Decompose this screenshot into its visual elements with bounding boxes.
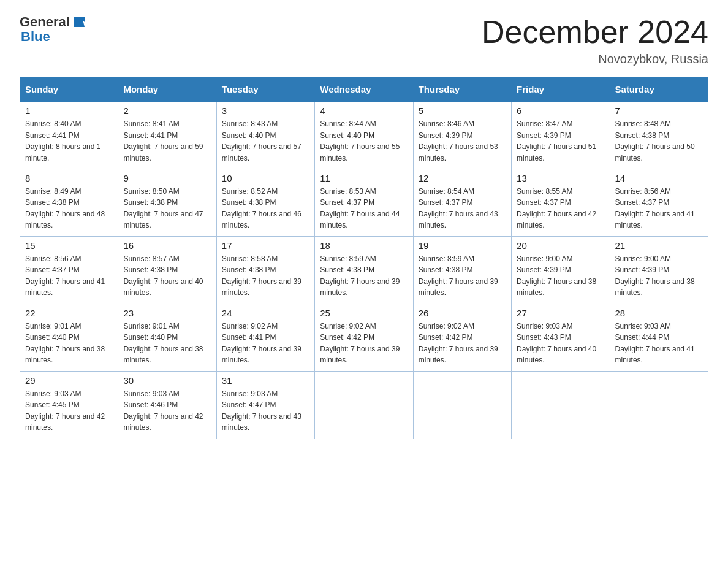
- calendar-cell: 11Sunrise: 8:53 AMSunset: 4:37 PMDayligh…: [315, 169, 413, 236]
- title-block: December 2024 Novozybkov, Russia: [482, 15, 708, 66]
- day-number: 29: [25, 375, 113, 386]
- day-number: 22: [25, 308, 113, 318]
- day-info: Sunrise: 8:59 AMSunset: 4:38 PMDaylight:…: [320, 253, 408, 299]
- calendar-cell: 22Sunrise: 9:01 AMSunset: 4:40 PMDayligh…: [20, 304, 118, 371]
- day-number: 15: [25, 240, 113, 251]
- calendar-cell: 17Sunrise: 8:58 AMSunset: 4:38 PMDayligh…: [216, 236, 314, 304]
- day-number: 7: [615, 105, 703, 116]
- day-number: 3: [222, 105, 309, 116]
- day-number: 27: [517, 308, 604, 318]
- calendar-cell: 15Sunrise: 8:56 AMSunset: 4:37 PMDayligh…: [20, 236, 118, 304]
- day-info: Sunrise: 8:56 AMSunset: 4:37 PMDaylight:…: [25, 253, 113, 299]
- calendar-cell: 7Sunrise: 8:48 AMSunset: 4:38 PMDaylight…: [610, 101, 708, 169]
- header-row: SundayMondayTuesdayWednesdayThursdayFrid…: [20, 78, 708, 102]
- month-title: December 2024: [482, 15, 708, 50]
- calendar-cell: 6Sunrise: 8:47 AMSunset: 4:39 PMDaylight…: [512, 101, 610, 169]
- day-number: 18: [320, 240, 408, 251]
- day-info: Sunrise: 8:53 AMSunset: 4:37 PMDaylight:…: [320, 186, 408, 231]
- calendar-cell: 18Sunrise: 8:59 AMSunset: 4:38 PMDayligh…: [315, 236, 413, 304]
- day-info: Sunrise: 9:02 AMSunset: 4:42 PMDaylight:…: [419, 321, 506, 366]
- day-number: 9: [123, 173, 211, 183]
- calendar-cell: 31Sunrise: 9:03 AMSunset: 4:47 PMDayligh…: [216, 371, 314, 439]
- day-number: 11: [320, 173, 408, 183]
- day-number: 14: [615, 173, 703, 183]
- calendar-cell: 25Sunrise: 9:02 AMSunset: 4:42 PMDayligh…: [315, 304, 413, 371]
- calendar-cell: 12Sunrise: 8:54 AMSunset: 4:37 PMDayligh…: [413, 169, 511, 236]
- week-row-4: 22Sunrise: 9:01 AMSunset: 4:40 PMDayligh…: [20, 304, 708, 371]
- day-info: Sunrise: 8:54 AMSunset: 4:37 PMDaylight:…: [419, 186, 506, 231]
- calendar-cell: [315, 371, 413, 439]
- header-day-wednesday: Wednesday: [315, 78, 413, 102]
- day-info: Sunrise: 8:56 AMSunset: 4:37 PMDaylight:…: [615, 186, 703, 231]
- day-info: Sunrise: 8:57 AMSunset: 4:38 PMDaylight:…: [123, 253, 211, 299]
- calendar-table: SundayMondayTuesdayWednesdayThursdayFrid…: [20, 77, 708, 439]
- week-row-5: 29Sunrise: 9:03 AMSunset: 4:45 PMDayligh…: [20, 371, 708, 439]
- day-number: 17: [222, 240, 309, 251]
- calendar-cell: 19Sunrise: 8:59 AMSunset: 4:38 PMDayligh…: [413, 236, 511, 304]
- day-number: 23: [123, 308, 211, 318]
- calendar-cell: 30Sunrise: 9:03 AMSunset: 4:46 PMDayligh…: [118, 371, 216, 439]
- calendar-cell: 26Sunrise: 9:02 AMSunset: 4:42 PMDayligh…: [413, 304, 511, 371]
- calendar-cell: 24Sunrise: 9:02 AMSunset: 4:41 PMDayligh…: [216, 304, 314, 371]
- day-number: 5: [419, 105, 506, 116]
- day-info: Sunrise: 8:43 AMSunset: 4:40 PMDaylight:…: [222, 118, 309, 164]
- day-number: 21: [615, 240, 703, 251]
- day-number: 24: [222, 308, 309, 318]
- calendar-cell: 3Sunrise: 8:43 AMSunset: 4:40 PMDaylight…: [216, 101, 314, 169]
- calendar-cell: 8Sunrise: 8:49 AMSunset: 4:38 PMDaylight…: [20, 169, 118, 236]
- day-info: Sunrise: 9:02 AMSunset: 4:42 PMDaylight:…: [320, 321, 408, 366]
- calendar-cell: 20Sunrise: 9:00 AMSunset: 4:39 PMDayligh…: [512, 236, 610, 304]
- location: Novozybkov, Russia: [482, 52, 708, 66]
- calendar-cell: [512, 371, 610, 439]
- header-day-sunday: Sunday: [20, 78, 118, 102]
- day-number: 1: [25, 105, 113, 116]
- day-info: Sunrise: 9:03 AMSunset: 4:44 PMDaylight:…: [615, 321, 703, 366]
- day-number: 4: [320, 105, 408, 116]
- day-number: 10: [222, 173, 309, 183]
- day-info: Sunrise: 8:58 AMSunset: 4:38 PMDaylight:…: [222, 253, 309, 299]
- day-info: Sunrise: 9:02 AMSunset: 4:41 PMDaylight:…: [222, 321, 309, 366]
- calendar-cell: 16Sunrise: 8:57 AMSunset: 4:38 PMDayligh…: [118, 236, 216, 304]
- day-info: Sunrise: 9:03 AMSunset: 4:47 PMDaylight:…: [222, 388, 309, 434]
- day-number: 28: [615, 308, 703, 318]
- day-number: 30: [123, 375, 211, 386]
- day-info: Sunrise: 8:50 AMSunset: 4:38 PMDaylight:…: [123, 186, 211, 231]
- calendar-cell: [413, 371, 511, 439]
- calendar-cell: 10Sunrise: 8:52 AMSunset: 4:38 PMDayligh…: [216, 169, 314, 236]
- page-header: General Blue December 2024 Novozybkov, R…: [20, 15, 708, 66]
- header-day-thursday: Thursday: [413, 78, 511, 102]
- day-info: Sunrise: 8:49 AMSunset: 4:38 PMDaylight:…: [25, 186, 113, 231]
- logo-general: General: [20, 15, 85, 29]
- day-number: 26: [419, 308, 506, 318]
- day-info: Sunrise: 8:59 AMSunset: 4:38 PMDaylight:…: [419, 253, 506, 299]
- day-number: 2: [123, 105, 211, 116]
- day-info: Sunrise: 8:44 AMSunset: 4:40 PMDaylight:…: [320, 118, 408, 164]
- day-number: 25: [320, 308, 408, 318]
- day-info: Sunrise: 9:00 AMSunset: 4:39 PMDaylight:…: [517, 253, 604, 299]
- calendar-cell: 13Sunrise: 8:55 AMSunset: 4:37 PMDayligh…: [512, 169, 610, 236]
- week-row-2: 8Sunrise: 8:49 AMSunset: 4:38 PMDaylight…: [20, 169, 708, 236]
- calendar-cell: 9Sunrise: 8:50 AMSunset: 4:38 PMDaylight…: [118, 169, 216, 236]
- day-number: 19: [419, 240, 506, 251]
- calendar-cell: 5Sunrise: 8:46 AMSunset: 4:39 PMDaylight…: [413, 101, 511, 169]
- day-info: Sunrise: 8:47 AMSunset: 4:39 PMDaylight:…: [517, 118, 604, 164]
- logo-blue: Blue: [21, 29, 50, 44]
- day-info: Sunrise: 8:40 AMSunset: 4:41 PMDaylight:…: [25, 118, 113, 164]
- day-info: Sunrise: 9:03 AMSunset: 4:46 PMDaylight:…: [123, 388, 211, 434]
- day-info: Sunrise: 9:01 AMSunset: 4:40 PMDaylight:…: [25, 321, 113, 366]
- calendar-cell: 1Sunrise: 8:40 AMSunset: 4:41 PMDaylight…: [20, 101, 118, 169]
- calendar-cell: [610, 371, 708, 439]
- day-info: Sunrise: 8:48 AMSunset: 4:38 PMDaylight:…: [615, 118, 703, 164]
- logo: General Blue: [20, 15, 85, 44]
- day-info: Sunrise: 9:03 AMSunset: 4:43 PMDaylight:…: [517, 321, 604, 366]
- header-day-monday: Monday: [118, 78, 216, 102]
- day-number: 12: [419, 173, 506, 183]
- logo-icon: [71, 16, 85, 29]
- day-info: Sunrise: 8:55 AMSunset: 4:37 PMDaylight:…: [517, 186, 604, 231]
- day-number: 13: [517, 173, 604, 183]
- header-day-tuesday: Tuesday: [216, 78, 314, 102]
- day-number: 20: [517, 240, 604, 251]
- calendar-cell: 27Sunrise: 9:03 AMSunset: 4:43 PMDayligh…: [512, 304, 610, 371]
- day-info: Sunrise: 8:52 AMSunset: 4:38 PMDaylight:…: [222, 186, 309, 231]
- calendar-cell: 14Sunrise: 8:56 AMSunset: 4:37 PMDayligh…: [610, 169, 708, 236]
